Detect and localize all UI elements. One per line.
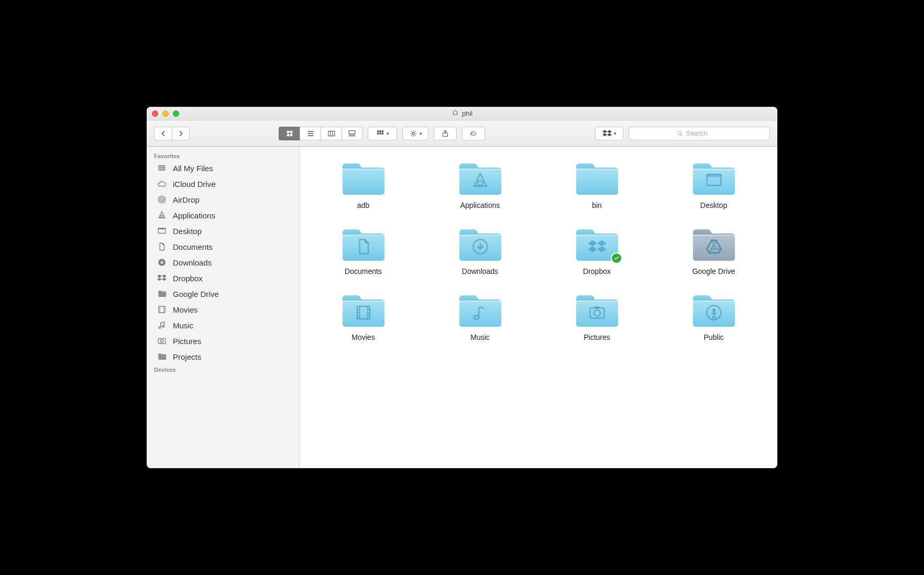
folder-icon — [156, 351, 168, 362]
folder-icon — [340, 291, 387, 329]
folder-icon — [457, 225, 503, 263]
folder-label: Music — [470, 333, 490, 341]
applications-icon — [457, 159, 503, 197]
tags-button[interactable] — [462, 127, 485, 140]
sidebar-item-label: All My Files — [173, 164, 213, 173]
content-area: adbApplicationsbinDesktopDocumentsDownlo… — [300, 147, 777, 468]
desktop-icon — [156, 226, 168, 236]
arrange-button[interactable]: ▾ — [368, 127, 397, 140]
titlebar: phil — [147, 107, 777, 120]
folder-icon — [574, 291, 620, 329]
sidebar-item-label: Movies — [173, 305, 198, 314]
view-columns-button[interactable] — [321, 127, 342, 140]
close-button[interactable] — [152, 110, 158, 117]
sidebar-item-label: Documents — [173, 242, 213, 251]
gdrive-icon — [691, 225, 737, 263]
sync-badge-icon — [611, 252, 622, 264]
folder-icon — [574, 225, 620, 263]
view-list-button[interactable] — [300, 127, 321, 140]
sidebar-item-label: AirDrop — [173, 195, 200, 204]
forward-button[interactable] — [172, 127, 190, 140]
folder-icon — [457, 291, 503, 329]
window-title: phil — [462, 109, 472, 117]
music-icon — [457, 291, 503, 329]
documents-icon — [156, 241, 168, 252]
sidebar-item-downloads[interactable]: Downloads — [147, 255, 299, 270]
sidebar-item-pictures[interactable]: Pictures — [147, 333, 299, 349]
sidebar-item-movies[interactable]: Movies — [147, 302, 299, 317]
sidebar-item-google-drive[interactable]: Google Drive — [147, 286, 299, 302]
public-icon — [691, 291, 737, 329]
folder-item-dropbox[interactable]: Dropbox — [549, 225, 645, 275]
search-field[interactable] — [629, 127, 770, 140]
back-button[interactable] — [154, 127, 172, 140]
folder-label: Dropbox — [583, 267, 611, 275]
sidebar-item-icloud-drive[interactable]: iCloud Drive — [147, 176, 299, 192]
folder-item-pictures[interactable]: Pictures — [549, 291, 645, 341]
pictures-icon — [156, 336, 168, 346]
folder-item-movies[interactable]: Movies — [315, 291, 411, 341]
sidebar-item-documents[interactable]: Documents — [147, 239, 299, 255]
sidebar-heading: Devices — [147, 364, 299, 374]
view-group — [279, 127, 362, 140]
applications-icon — [156, 210, 168, 220]
window-controls — [147, 110, 179, 117]
sidebar-item-applications[interactable]: Applications — [147, 207, 299, 223]
folder-item-applications[interactable]: Applications — [432, 159, 528, 209]
pictures-icon — [574, 291, 620, 329]
sidebar-item-label: Dropbox — [173, 274, 203, 283]
minimize-button[interactable] — [162, 110, 169, 117]
zoom-button[interactable] — [173, 110, 179, 117]
action-button[interactable]: ▾ — [402, 127, 428, 140]
folder-label: Public — [703, 333, 723, 341]
music-icon — [156, 320, 168, 330]
downloads-icon — [457, 225, 503, 263]
folder-label: Google Drive — [692, 267, 735, 275]
sidebar-item-label: Google Drive — [173, 290, 219, 298]
view-coverflow-button[interactable] — [342, 127, 362, 140]
folder-icon — [156, 289, 168, 299]
sidebar-item-airdrop[interactable]: AirDrop — [147, 192, 299, 207]
all-files-icon — [156, 163, 168, 173]
documents-icon — [340, 225, 387, 263]
folder-item-downloads[interactable]: Downloads — [432, 225, 528, 275]
sidebar-item-label: Applications — [173, 211, 215, 220]
dropbox-icon — [156, 273, 168, 283]
sidebar-item-all-my-files[interactable]: All My Files — [147, 160, 299, 176]
sidebar-item-label: Music — [173, 321, 193, 330]
folder-label: Desktop — [700, 201, 727, 209]
home-icon — [452, 109, 459, 118]
folder-label: Downloads — [462, 267, 498, 275]
movies-icon — [156, 304, 168, 315]
sidebar-item-label: iCloud Drive — [173, 180, 216, 189]
dropbox-toolbar-button[interactable]: ▾ — [595, 127, 623, 140]
folder-item-adb[interactable]: adb — [315, 159, 411, 209]
folder-label: adb — [357, 201, 369, 209]
sidebar-item-desktop[interactable]: Desktop — [147, 223, 299, 239]
sidebar-item-dropbox[interactable]: Dropbox — [147, 270, 299, 286]
sidebar-item-projects[interactable]: Projects — [147, 349, 299, 364]
folder-item-music[interactable]: Music — [432, 291, 528, 341]
airdrop-icon — [156, 194, 168, 205]
search-input[interactable] — [686, 129, 723, 137]
view-icons-button[interactable] — [279, 127, 300, 140]
folder-label: Movies — [351, 333, 375, 341]
folder-item-public[interactable]: Public — [666, 291, 762, 341]
sidebar-item-music[interactable]: Music — [147, 317, 299, 333]
sidebar-item-label: Projects — [173, 352, 201, 361]
movies-icon — [340, 291, 387, 329]
downloads-icon — [156, 257, 168, 268]
folder-label: Pictures — [584, 333, 610, 341]
nav-group — [154, 127, 190, 140]
folder-icon — [691, 225, 737, 263]
sidebar-item-label: Desktop — [173, 227, 202, 236]
sidebar-item-label: Pictures — [173, 337, 201, 346]
folder-item-bin[interactable]: bin — [549, 159, 645, 209]
folder-label: bin — [592, 201, 602, 209]
folder-item-documents[interactable]: Documents — [315, 225, 411, 275]
folder-item-desktop[interactable]: Desktop — [666, 159, 762, 209]
folder-icon — [340, 159, 387, 197]
folder-item-google-drive[interactable]: Google Drive — [666, 225, 762, 275]
sidebar-item-label: Downloads — [173, 258, 212, 267]
share-button[interactable] — [434, 127, 457, 140]
